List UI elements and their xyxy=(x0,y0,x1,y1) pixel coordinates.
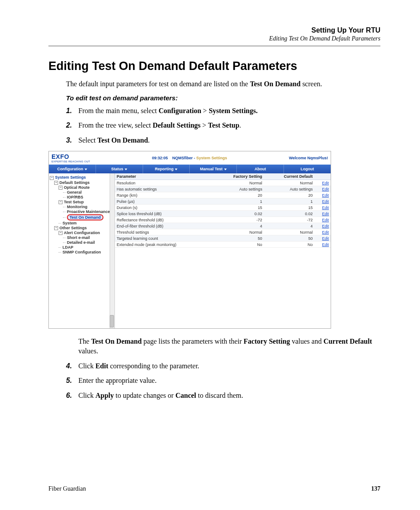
edit-link[interactable]: Edit xyxy=(322,199,329,204)
cell-parameter: Resolution xyxy=(115,180,214,186)
cell-parameter: Reflectance threshold (dB) xyxy=(115,217,214,223)
edit-link[interactable]: Edit xyxy=(322,205,329,210)
edit-link[interactable]: Edit xyxy=(322,218,329,222)
step-number: 2. xyxy=(66,121,78,130)
cell-current: 20 xyxy=(264,192,315,198)
edit-link[interactable]: Edit xyxy=(322,181,329,185)
cell-factory: 50 xyxy=(214,235,264,242)
menu-bar: Configuration Status Reporting Manual Te… xyxy=(49,165,331,173)
cell-current: 50 xyxy=(264,235,315,242)
cell-factory: 4 xyxy=(214,223,264,229)
embedded-screenshot: EXFO EXPERTISE REACHING OUT 09:32:05 NQM… xyxy=(48,151,331,329)
cell-current: -72 xyxy=(264,217,315,223)
intro-pre: The default input parameters for test on… xyxy=(66,80,250,88)
footer-page-number: 137 xyxy=(371,485,380,492)
cell-parameter: Threshold settings xyxy=(115,229,214,235)
menu-about[interactable]: About xyxy=(237,165,284,173)
app-body: System Settings Default Settings Optical… xyxy=(49,173,331,328)
page-footer: Fiber Guardian 137 xyxy=(48,485,380,492)
edit-link[interactable]: Edit xyxy=(322,212,329,216)
tree-iop-rbs[interactable]: IOP/RBS xyxy=(63,195,114,199)
tree-optical-route[interactable]: Optical Route General IOP/RBS xyxy=(59,185,114,199)
step-number: 4. xyxy=(66,361,78,371)
menu-status[interactable]: Status xyxy=(96,165,143,173)
clock: 09:32:05 xyxy=(152,156,168,160)
cell-current: 4 xyxy=(264,223,315,229)
tree-detailed-email[interactable]: Detailed e-mail xyxy=(63,240,114,245)
cell-factory: 15 xyxy=(214,205,264,211)
cell-current: 0.02 xyxy=(264,211,315,217)
edit-link[interactable]: Edit xyxy=(322,236,329,241)
table-row: Extended mode (peak monitoring)NoNoEdit xyxy=(115,242,331,248)
cell-current: No xyxy=(264,242,315,248)
edit-link[interactable]: Edit xyxy=(322,224,329,228)
tree-proactive-maintenance[interactable]: Proactive Maintenance xyxy=(63,209,114,214)
table-row: ResolutionNormalNormalEdit xyxy=(115,180,331,186)
cell-current: 15 xyxy=(264,205,315,211)
tree-test-on-demand[interactable]: Test On Demand xyxy=(63,214,114,220)
cell-parameter: Duration (s) xyxy=(115,205,214,211)
app-title-bar: EXFO EXPERTISE REACHING OUT 09:32:05 NQM… xyxy=(49,151,331,165)
procedure-title: To edit test on demand parameters: xyxy=(66,94,380,102)
step-number: 1. xyxy=(66,106,78,116)
intro-post: screen. xyxy=(301,80,322,88)
menu-reporting[interactable]: Reporting xyxy=(143,165,190,173)
tree-root[interactable]: System Settings Default Settings Optical… xyxy=(50,175,114,254)
edit-link[interactable]: Edit xyxy=(322,193,329,198)
parameter-grid: Parameter Factory Setting Current Defaul… xyxy=(115,173,331,328)
table-row: Duration (s)1515Edit xyxy=(115,205,331,211)
cell-parameter: Pulse (µs) xyxy=(115,198,214,205)
step-body: From the tree view, select Default Setti… xyxy=(78,121,241,130)
tree-scrollbar[interactable] xyxy=(110,173,114,328)
table-row: Has automatic settingsAuto settingsAuto … xyxy=(115,186,331,192)
tree-default-settings[interactable]: Default Settings Optical Route General I… xyxy=(54,180,114,225)
cell-factory: Normal xyxy=(214,229,264,235)
step-number: 5. xyxy=(66,376,78,385)
chevron-down-icon xyxy=(85,169,87,170)
edit-link[interactable]: Edit xyxy=(322,187,329,191)
tree-short-email[interactable]: Short e-mail xyxy=(63,235,114,240)
menu-logout[interactable]: Logout xyxy=(284,165,331,173)
tree-alert-configuration[interactable]: Alert Configuration Short e-mail Detaile… xyxy=(59,231,114,245)
cell-parameter: Extended mode (peak monitoring) xyxy=(115,242,214,248)
cell-parameter: Targeted learning count xyxy=(115,235,214,242)
tree-system[interactable]: System xyxy=(59,221,114,225)
tree-view[interactable]: System Settings Default Settings Optical… xyxy=(49,173,115,328)
cell-edit: Edit xyxy=(314,217,331,223)
edit-link[interactable]: Edit xyxy=(322,230,329,235)
step-body: Enter the appropriate value. xyxy=(78,376,157,385)
cell-edit: Edit xyxy=(314,235,331,242)
logo-block: EXFO EXPERTISE REACHING OUT xyxy=(52,153,90,163)
step-number: 6. xyxy=(66,391,78,400)
document-page: Setting Up Your RTU Editing Test On Dema… xyxy=(0,0,420,510)
menu-manual-test[interactable]: Manual Test xyxy=(190,165,237,173)
col-current-default: Current Default xyxy=(264,173,315,180)
scrollbar-thumb[interactable] xyxy=(110,315,114,327)
tree-general[interactable]: General xyxy=(63,190,114,194)
steps-list-a: 1. From the main menu, select Configurat… xyxy=(66,106,380,145)
tree-ldap[interactable]: LDAP xyxy=(59,245,114,249)
cell-edit: Edit xyxy=(314,223,331,229)
header-rule xyxy=(48,46,380,46)
col-parameter: Parameter xyxy=(115,173,214,180)
table-row: End-of-fiber threshold (dB)44Edit xyxy=(115,223,331,229)
intro-bold: Test On Demand xyxy=(250,80,301,88)
tree-other-settings[interactable]: Other Settings Alert Configuration Short… xyxy=(54,226,114,254)
logo-text: EXFO xyxy=(52,153,90,160)
cell-parameter: Has automatic settings xyxy=(115,186,214,192)
cell-edit: Edit xyxy=(314,229,331,235)
edit-link[interactable]: Edit xyxy=(322,242,329,247)
table-row: Splice loss threshold (dB)0.020.02Edit xyxy=(115,211,331,217)
welcome-text: Welcome NqmsPlus! xyxy=(289,156,328,160)
tree-snmp[interactable]: SNMP Configuration xyxy=(59,250,114,254)
cell-factory: No xyxy=(214,242,264,248)
chevron-down-icon xyxy=(125,169,127,170)
tree-test-setup[interactable]: Test Setup Monitoring Proactive Maintena… xyxy=(59,200,114,220)
cell-current: Normal xyxy=(264,180,315,186)
cell-parameter: Range (km) xyxy=(115,192,214,198)
cell-parameter: Splice loss threshold (dB) xyxy=(115,211,214,217)
table-row: Targeted learning count5050Edit xyxy=(115,235,331,242)
tree-monitoring[interactable]: Monitoring xyxy=(63,205,114,209)
menu-configuration[interactable]: Configuration xyxy=(49,165,96,173)
cell-edit: Edit xyxy=(314,186,331,192)
